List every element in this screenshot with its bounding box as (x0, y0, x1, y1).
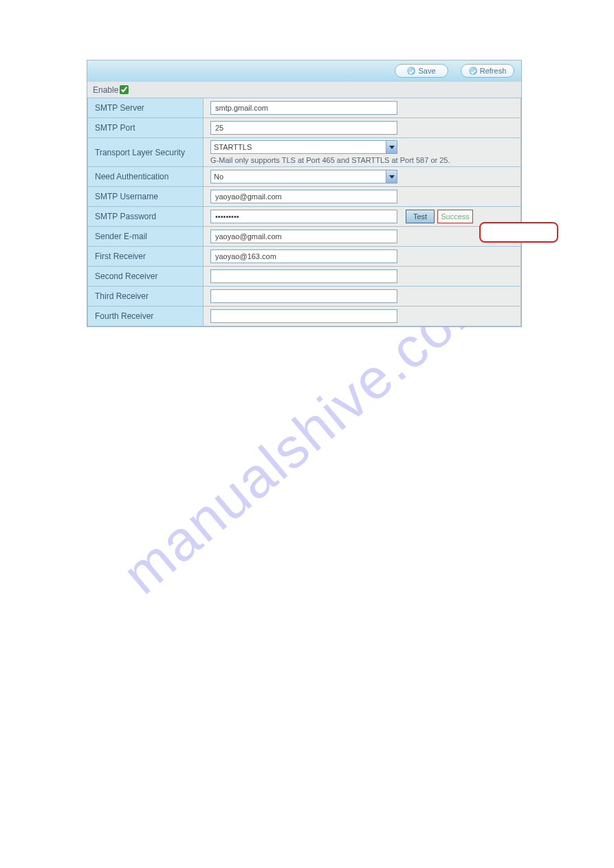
smtp-server-input[interactable] (210, 101, 397, 115)
test-button[interactable]: Test (406, 210, 435, 223)
smtp-password-input[interactable] (210, 210, 397, 223)
need-auth-select[interactable]: No (210, 170, 397, 183)
need-auth-value: No (214, 173, 223, 181)
mail-settings-panel: Save Refresh Enable SMTP Server SMTP Por… (87, 60, 522, 327)
fourth-receiver-label: Fourth Receiver (88, 307, 204, 326)
refresh-label: Refresh (480, 67, 507, 75)
first-receiver-label: First Receiver (88, 247, 204, 267)
enable-row: Enable (87, 81, 521, 98)
smtp-port-label: SMTP Port (88, 118, 204, 138)
smtp-port-input[interactable] (210, 121, 397, 135)
settings-table: SMTP Server SMTP Port Transport Layer Se… (87, 98, 521, 326)
enable-label: Enable (93, 85, 118, 95)
enable-checkbox[interactable] (120, 85, 129, 94)
second-receiver-input[interactable] (210, 269, 397, 283)
refresh-icon (469, 67, 477, 75)
smtp-username-label: SMTP Username (88, 187, 204, 207)
tls-hint: G-Mail only supports TLS at Port 465 and… (210, 156, 514, 164)
fourth-receiver-input[interactable] (210, 309, 397, 323)
chevron-down-icon (386, 141, 397, 153)
smtp-password-label: SMTP Password (88, 207, 204, 227)
sender-email-input[interactable] (210, 230, 397, 243)
save-button[interactable]: Save (395, 64, 448, 78)
third-receiver-label: Third Receiver (88, 287, 204, 307)
tls-select-value: STARTTLS (214, 143, 252, 151)
tls-select[interactable]: STARTTLS (210, 140, 397, 154)
save-label: Save (418, 67, 435, 75)
first-receiver-input[interactable] (210, 249, 397, 263)
annotation-callout (479, 222, 558, 243)
tls-label: Transport Layer Security (88, 138, 204, 167)
save-icon (407, 67, 415, 75)
smtp-username-input[interactable] (210, 190, 397, 203)
sender-email-label: Sender E-mail (88, 227, 204, 247)
test-result-badge: Success (437, 210, 473, 223)
need-auth-label: Need Authentication (88, 167, 204, 187)
third-receiver-input[interactable] (210, 289, 397, 303)
refresh-button[interactable]: Refresh (461, 64, 514, 78)
toolbar: Save Refresh (87, 60, 521, 81)
smtp-server-label: SMTP Server (88, 98, 204, 118)
second-receiver-label: Second Receiver (88, 267, 204, 287)
chevron-down-icon (386, 170, 397, 183)
